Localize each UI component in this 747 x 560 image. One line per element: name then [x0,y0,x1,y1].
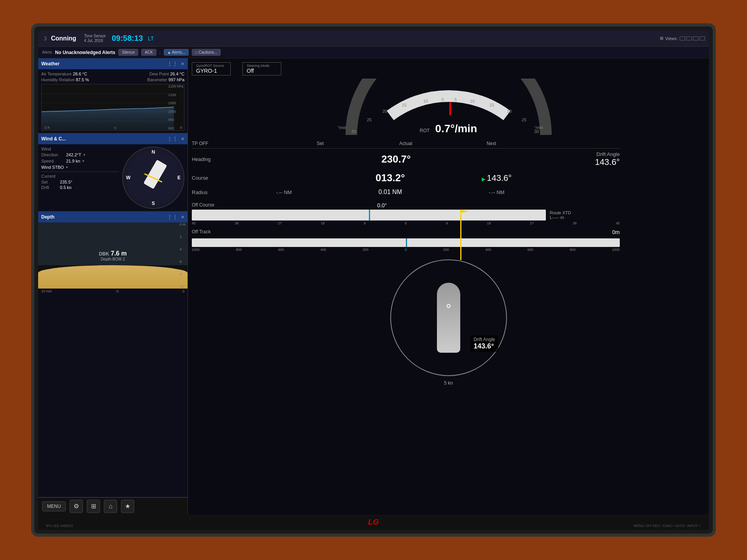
wind-body: Wind Direction 242.2°T ▼ Speed 21.9 kn ▼ [38,144,188,211]
svg-text:25: 25 [522,117,526,122]
drift-angle-value: 143.6° [561,157,620,167]
wind-section-label: Wind [41,147,119,151]
depth-title: Depth [41,214,54,220]
monitor-controls: MENU↑ MY KEY↑ FUNC↑ AUTO↑ INPUT↑↑ [633,524,701,528]
gyro-source-box: Gyro/ROT Source GYRO-1 [192,62,231,75]
ack-button[interactable]: ACK [141,49,156,56]
menu-button[interactable]: MENU [42,501,66,511]
chart-x-labels: -2 h -1 0 [42,126,184,130]
weather-close-icon[interactable]: ✕ [181,61,184,66]
svg-text:15: 15 [489,103,494,107]
svg-text:°/min: °/min [534,126,543,130]
nav-header-row: TP OFF Set Actual Next [192,141,620,149]
rot-label: ROT [420,128,430,133]
course-next: ▶ 143.6° [444,173,550,183]
svg-text:10: 10 [470,99,475,103]
svg-text:10: 10 [423,99,428,103]
wind-dir-dropdown[interactable]: ▼ [83,153,86,157]
current-drift-row: Drift 0.5 kn [41,185,119,190]
settings-button[interactable]: ⚙ [70,500,83,513]
course-actual: 013.2° [337,172,443,184]
off-course-bar [192,210,546,220]
course-label: Course [192,175,231,181]
star-icon: ★ [125,502,130,510]
wind-grid-icon[interactable]: ⋮⋮ [167,136,178,142]
top-bar-left: ☽ Conning Time Sensor 4 Jul, 2018 09:58:… [42,34,154,43]
wind-data-panel: Wind Direction 242.2°T ▼ Speed 21.9 kn ▼ [41,147,119,209]
weather-chart: 1150 hPa 1100 1050 1000 950 900 [41,84,184,131]
home-icon: ⌂ [109,503,113,510]
depth-grid-icon[interactable]: ⋮⋮ [167,214,178,220]
heading-row: Heading 230.7° Drift Angle 143.6° [192,150,620,168]
moon-icon: ☽ [42,35,47,42]
compass-north: N [152,149,155,155]
svg-text:25: 25 [367,117,372,122]
radius-row: Radius -.-- NM 0.01 NM -.-- NM [192,188,620,196]
depth-source: Depth-BOW 2 [99,257,126,261]
left-panel: Weather ⋮⋮ ✕ Air Temperature 28.6 °C Dew… [38,58,188,514]
svg-text:20: 20 [507,109,512,114]
right-panel: Gyro/ROT Source GYRO-1 Steering Mode Off [188,58,709,514]
compass-west: W [126,175,130,180]
view-icons [680,37,705,40]
depth-reading: DBK 7.6 m Depth-BOW 2 [99,250,126,261]
set-header: Set [277,141,363,146]
course-next-arrow: ▶ [482,176,486,182]
weather-widget-header: Weather ⋮⋮ ✕ [38,58,188,69]
monitor-model: IPS LED 24EB23 [46,524,73,528]
current-set-row: Set 235.5° [41,180,119,184]
screen: ☽ Conning Time Sensor 4 Jul, 2018 09:58:… [38,30,709,514]
rot-value: 0.7°/min [435,122,477,135]
ship-body [437,283,460,353]
off-course-section: Off Course 0.0° Route XTD L----- m [192,202,620,225]
weather-grid-icon[interactable]: ⋮⋮ [167,61,178,67]
air-temp-row: Air Temperature 28.6 °C Dew Point 26.4 °… [41,72,184,76]
svg-text:°/min: °/min [338,126,347,130]
drift-angle-display: Drift Angle 143.6° [561,151,620,167]
drift-header [534,141,620,146]
nav-data-table: TP OFF Set Actual Next Heading 230.7° Dr [192,141,620,252]
lg-logo: LG [368,518,379,527]
time-display: 09:58:13 [112,34,143,43]
steering-mode-box: Steering Mode Off [242,62,281,75]
alerts-label: Alerts [42,50,52,54]
monitor-bottom: LG [38,514,709,530]
settings-icon: ⚙ [74,502,79,510]
alerts-button[interactable]: ▲ Alerts... [164,49,189,56]
radius-set: -.-- NM [231,189,337,195]
compass-south: S [152,201,155,206]
alert-bar: Alerts No Unacknowledged Alerts Silence … [38,47,709,58]
heading-label: Heading [192,156,231,162]
wind-type-dropdown[interactable]: ▼ [65,166,68,169]
top-bar: ☽ Conning Time Sensor 4 Jul, 2018 09:58:… [38,30,709,47]
wind-widget: Wind & C... ⋮⋮ ✕ Wind Direction 242.2°T [38,133,188,212]
svg-text:5: 5 [442,97,444,102]
lt-label: LT [148,35,154,42]
svg-rect-4 [449,102,451,116]
wind-close-icon[interactable]: ✕ [181,136,184,142]
drift-info: Drift Angle 143.6° [470,335,498,352]
cautions-button[interactable]: □ Cautions... [192,49,221,56]
grid-icon: ⊞ [660,36,663,41]
radius-next: -.-- NM [444,189,550,195]
weather-title: Weather [41,61,60,66]
depth-close-icon[interactable]: ✕ [181,215,184,220]
course-row: Course 013.2° ▶ 143.6° [192,171,620,185]
monitor: ☽ Conning Time Sensor 4 Jul, 2018 09:58:… [31,23,716,537]
layout-icon: ⊞ [91,502,96,510]
off-track-ticks: 1000 800 600 400 200 0 200 400 600 800 1… [192,248,620,252]
favorites-button[interactable]: ★ [121,500,134,513]
silence-button[interactable]: Silence [118,49,138,56]
off-track-label-row: Off Track 0m [192,229,620,235]
views-control[interactable]: ⊞ Views: [660,36,705,41]
radius-label: Radius [192,189,231,195]
wind-speed-dropdown[interactable]: ▼ [82,159,85,163]
home-button[interactable]: ⌂ [104,500,117,513]
tp-off-header: TP OFF [192,141,277,146]
layout-button[interactable]: ⊞ [87,500,100,513]
svg-text:5: 5 [454,97,457,102]
ship-diagram-inner: Drift Angle 143.6° 5 kn [390,259,507,376]
rot-gauge-container: 30 25 20 15 10 5 5 10 15 20 25 30 [336,79,561,137]
wind-compass: N S E W [122,147,184,209]
humidity-row: Humidity Relative 87.5 % Barometer 997 h… [41,77,184,82]
